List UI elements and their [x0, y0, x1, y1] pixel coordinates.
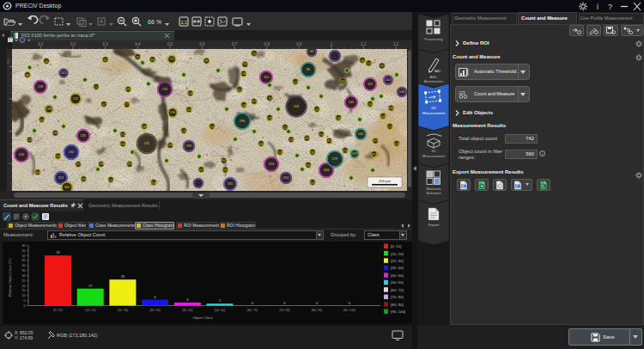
svg-text:242: 242 [144, 142, 149, 145]
svg-text:279: 279 [332, 157, 337, 161]
svg-text:188: 188 [46, 107, 52, 111]
svg-text:331: 331 [228, 182, 233, 186]
svg-text:50: 50 [56, 251, 59, 254]
svg-text:276: 276 [343, 150, 348, 153]
svg-text:241: 241 [27, 138, 32, 142]
svg-text:322: 322 [310, 181, 315, 185]
svg-text:[70; 80]: [70; 80] [391, 295, 404, 299]
svg-text:15: 15 [22, 289, 26, 292]
svg-text:0: 0 [283, 302, 285, 305]
svg-text:299: 299 [306, 164, 311, 168]
svg-text:114: 114 [386, 78, 391, 82]
svg-text:[40; 50]: [40; 50] [391, 273, 404, 278]
svg-text:221: 221 [283, 126, 288, 130]
svg-text:73: 73 [268, 97, 271, 101]
svg-text:[10; 20]: [10; 20] [85, 309, 95, 312]
svg-text:[60; 70]: [60; 70] [247, 309, 258, 312]
svg-text:168: 168 [380, 115, 386, 119]
svg-text:0: 0 [349, 302, 350, 305]
svg-text:35: 35 [22, 269, 26, 272]
svg-text:ABC: ABC [434, 70, 441, 73]
svg-text:324: 324 [283, 176, 289, 180]
svg-text:304: 304 [324, 168, 329, 172]
svg-text:[60; 70]: [60; 70] [391, 288, 404, 292]
svg-text:Measurement: Measurement [422, 111, 446, 115]
svg-text:164: 164 [294, 105, 299, 108]
svg-text:152: 152 [73, 97, 78, 101]
svg-text:255: 255 [277, 151, 283, 155]
svg-text:245: 245 [304, 137, 309, 140]
svg-text:2: 2 [219, 299, 221, 303]
svg-text:210: 210 [210, 126, 215, 129]
svg-text:298: 298 [81, 178, 86, 181]
svg-text:89: 89 [307, 68, 310, 71]
svg-text:[90; 100]: [90; 100] [343, 309, 355, 312]
svg-text:131: 131 [314, 108, 319, 112]
svg-text:0.5: 0.5 [167, 42, 173, 46]
svg-text:148: 148 [241, 104, 246, 107]
svg-text:0: 0 [316, 302, 318, 305]
svg-text:Measurement: Measurement [422, 154, 446, 158]
svg-text:121: 121 [94, 86, 99, 89]
svg-text:100: 100 [241, 72, 246, 76]
svg-text:253: 253 [319, 133, 324, 137]
svg-text:50: 50 [22, 254, 26, 258]
svg-text:66 %: 66 % [148, 19, 161, 25]
svg-text:253: 253 [120, 133, 125, 137]
svg-text:10: 10 [22, 294, 26, 297]
svg-text:[80; 90]: [80; 90] [391, 303, 404, 307]
svg-text:[90; 100]: [90; 100] [391, 309, 405, 314]
svg-text:125: 125 [293, 81, 298, 84]
svg-text:128: 128 [38, 85, 43, 89]
svg-text:17: 17 [88, 285, 92, 288]
svg-text:249: 249 [167, 144, 173, 147]
svg-text:226: 226 [394, 143, 399, 146]
svg-text:112: 112 [237, 89, 242, 92]
svg-text:176: 176 [267, 117, 272, 120]
svg-text:1:1: 1:1 [181, 20, 188, 25]
svg-text:296: 296 [240, 119, 245, 123]
svg-text:0.9: 0.9 [296, 42, 302, 46]
svg-text:3D: 3D [431, 149, 436, 153]
svg-text:232: 232 [52, 132, 58, 135]
svg-text:60: 60 [22, 244, 26, 248]
svg-text:30: 30 [22, 274, 26, 278]
svg-text:88: 88 [26, 74, 29, 77]
svg-text:140: 140 [399, 90, 404, 94]
svg-text:318: 318 [151, 181, 156, 185]
svg-text:0.2: 0.2 [70, 42, 76, 46]
svg-text:141: 141 [125, 88, 131, 91]
svg-text:[20; 30]: [20; 30] [118, 309, 128, 312]
svg-text:[0; 10]: [0; 10] [391, 244, 401, 248]
svg-text:172: 172 [387, 126, 392, 129]
svg-text:317: 317 [198, 168, 204, 172]
svg-text:0: 0 [252, 302, 253, 305]
svg-text:Processing: Processing [424, 37, 443, 41]
svg-text:142: 142 [349, 101, 354, 104]
svg-text:256: 256 [19, 153, 24, 156]
svg-text:?: ? [608, 3, 612, 11]
svg-text:45: 45 [45, 60, 48, 64]
svg-text:307: 307 [222, 159, 227, 162]
svg-text:262: 262 [69, 150, 74, 154]
svg-text:200: 200 [39, 119, 44, 122]
svg-text:110: 110 [264, 76, 269, 79]
svg-text:95: 95 [170, 58, 173, 61]
svg-text:101: 101 [61, 71, 66, 75]
svg-text:1.1: 1.1 [361, 42, 367, 46]
svg-text:20: 20 [22, 285, 26, 288]
svg-text:150: 150 [336, 117, 341, 120]
svg-text:269: 269 [186, 144, 191, 148]
svg-text:281: 281 [310, 151, 315, 155]
svg-text:321: 321 [58, 176, 64, 180]
svg-text:238: 238 [99, 162, 104, 166]
svg-text:190: 190 [170, 111, 175, 114]
svg-text:0.1: 0.1 [38, 42, 44, 46]
svg-text:310: 310 [222, 168, 228, 172]
svg-text:294: 294 [269, 162, 274, 166]
svg-text:0.3: 0.3 [103, 42, 109, 46]
svg-text:66: 66 [310, 50, 313, 53]
svg-text:312: 312 [108, 179, 113, 182]
svg-text:105: 105 [252, 100, 257, 103]
svg-text:54: 54 [367, 62, 370, 65]
